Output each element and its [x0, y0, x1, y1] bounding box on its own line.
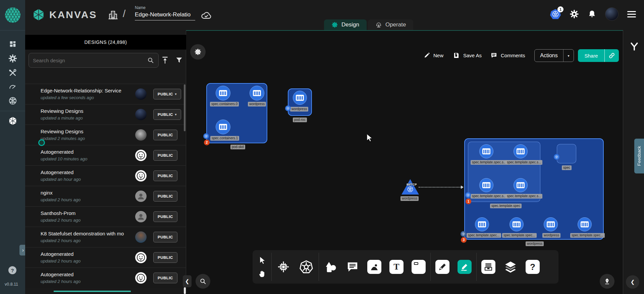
edge-service-to-deployment[interactable] — [419, 187, 462, 188]
error-count-badge[interactable]: 1 — [466, 199, 471, 204]
design-name: K8 Statefulset demonstration with mo — [41, 231, 128, 236]
collapse-right-button[interactable]: ❮ — [626, 275, 639, 289]
node-container[interactable] — [216, 86, 230, 100]
design-list-item[interactable]: Autogenerated updated 10 minutes ago PUB… — [25, 145, 186, 165]
node-container[interactable] — [250, 86, 264, 100]
node-container[interactable] — [514, 178, 528, 192]
text-tool[interactable]: T — [389, 260, 404, 274]
organization-icon[interactable] — [107, 9, 119, 21]
search-icon[interactable] — [147, 57, 154, 64]
node-container[interactable] — [293, 91, 307, 105]
image-tool[interactable] — [367, 260, 381, 274]
notifications-bell-icon[interactable] — [588, 10, 596, 18]
design-list-item[interactable]: Edge-Network-Relationship: Service updat… — [25, 84, 186, 104]
node-container[interactable] — [479, 178, 493, 192]
publish-upload-icon[interactable] — [161, 56, 169, 65]
layers-tool[interactable] — [503, 260, 518, 274]
design-name-input[interactable]: Edge-Network-Relatio — [135, 10, 195, 20]
design-list-item[interactable]: Autogenerated updated 2 hours ago PUBLIC — [25, 247, 186, 268]
panel-scrollbar-end[interactable] — [184, 287, 186, 294]
node-container[interactable] — [578, 217, 592, 231]
error-count-badge[interactable]: 3 — [461, 237, 467, 243]
performance-gauge-icon[interactable] — [8, 82, 17, 91]
feedback-tab[interactable]: Feedback — [634, 139, 644, 173]
copy-link-button[interactable] — [605, 52, 619, 59]
select-cursor-tool[interactable] — [258, 256, 267, 265]
deployment-badge-icon[interactable] — [461, 231, 466, 237]
design-list-item[interactable]: nginx updated 2 hours ago PUBLIC — [25, 186, 186, 206]
pod-badge-icon[interactable] — [285, 105, 291, 111]
components-chip-tool[interactable] — [276, 260, 290, 274]
kanvas-brand[interactable]: KANVAS — [32, 8, 97, 21]
kanvas-rail-icon[interactable] — [8, 116, 17, 126]
help-tool[interactable]: ? — [526, 260, 540, 274]
node-container[interactable] — [216, 120, 230, 134]
lifecycle-gear-icon[interactable] — [8, 54, 17, 63]
drawer-tool[interactable] — [481, 260, 495, 274]
design-name-field[interactable]: Name Edge-Network-Relatio — [135, 5, 195, 20]
shapes-tool[interactable] — [324, 260, 338, 274]
settings-gear-icon[interactable] — [570, 9, 579, 19]
node-container[interactable] — [509, 217, 524, 231]
comment-tool[interactable] — [346, 260, 359, 274]
pod-badge-icon[interactable] — [465, 192, 471, 198]
visibility-badge[interactable]: PUBLIC — [153, 232, 177, 242]
node-container[interactable] — [475, 217, 489, 231]
visibility-badge[interactable]: PUBLIC — [153, 252, 177, 263]
node-container[interactable] — [479, 144, 493, 158]
node-container[interactable] — [544, 217, 558, 231]
error-count-badge[interactable]: 2 — [204, 140, 210, 145]
node-pod-template[interactable] — [468, 142, 540, 202]
edge-pen-tool[interactable] — [435, 260, 449, 274]
tab-operate[interactable]: Operate — [368, 19, 413, 30]
help-button[interactable]: ? — [8, 266, 16, 274]
new-button[interactable]: New — [424, 52, 443, 59]
comments-button[interactable]: Comments — [490, 52, 525, 59]
menu-hamburger-icon[interactable] — [627, 9, 636, 19]
pod-badge-icon[interactable] — [203, 133, 209, 139]
visibility-badge[interactable]: PUBLIC — [153, 130, 177, 140]
design-list-item[interactable]: Autogenerated updated 2 hours ago PUBLIC — [25, 268, 186, 288]
annotation-pen-button[interactable] — [600, 274, 614, 289]
visibility-badge[interactable]: PUBLIC — [153, 191, 177, 202]
design-name: Reviewing Designs — [41, 129, 128, 134]
layer5-y-icon[interactable] — [629, 42, 639, 52]
design-list-item[interactable]: Reviewing Designs updated a minute ago P… — [25, 104, 186, 125]
visibility-badge[interactable]: PUBLIC▾ — [153, 89, 181, 99]
k8s-context-switcher[interactable]: 1 — [550, 9, 561, 19]
pan-hand-tool[interactable] — [258, 269, 267, 278]
panel-scrollbar[interactable] — [184, 84, 185, 131]
meshery-logo[interactable] — [0, 0, 25, 30]
share-button[interactable]: Share — [578, 49, 619, 62]
canvas-menu-button[interactable] — [190, 44, 206, 60]
node-container[interactable] — [514, 144, 528, 158]
node-spec[interactable] — [557, 144, 576, 163]
search-input[interactable] — [33, 58, 147, 63]
toolkit-wrench-icon[interactable] — [8, 68, 17, 77]
frame-tool[interactable] — [412, 260, 426, 274]
design-list-item[interactable]: K8 Statefulset demonstration with mo upd… — [25, 227, 186, 247]
visibility-badge[interactable]: PUBLIC — [153, 170, 177, 181]
design-list-item[interactable]: Reviewing Designs updated 2 minutes ago … — [25, 125, 186, 145]
visibility-badge[interactable]: PUBLIC — [153, 150, 177, 161]
save-as-button[interactable]: Save As — [453, 52, 482, 59]
visibility-badge[interactable]: PUBLIC — [153, 273, 177, 283]
filter-funnel-icon[interactable] — [175, 56, 183, 64]
design-list-item[interactable]: Santhosh-Prom updated 2 hours ago PUBLIC — [25, 206, 186, 227]
tab-design[interactable]: Design — [324, 19, 367, 30]
zoom-button[interactable] — [196, 274, 210, 289]
actions-button[interactable]: Actions ▾ — [534, 49, 574, 62]
freehand-draw-tool-active[interactable] — [458, 260, 472, 274]
dashboard-icon[interactable] — [8, 40, 17, 48]
user-avatar[interactable] — [605, 7, 619, 21]
collapse-panel-button[interactable]: ❮ — [183, 275, 192, 287]
mesh-icon[interactable] — [8, 96, 17, 105]
actions-caret-icon[interactable]: ▾ — [564, 54, 574, 58]
visibility-badge[interactable]: PUBLIC▾ — [153, 109, 181, 120]
kubernetes-tool[interactable] — [299, 259, 314, 275]
visibility-badge[interactable]: PUBLIC — [153, 211, 177, 222]
design-list-item[interactable]: Autogenerated updated an hour ago PUBLIC — [25, 165, 186, 186]
node-service-wordpress[interactable] — [401, 179, 419, 195]
pod-badge-icon[interactable] — [554, 154, 559, 160]
design-search[interactable] — [29, 53, 159, 68]
